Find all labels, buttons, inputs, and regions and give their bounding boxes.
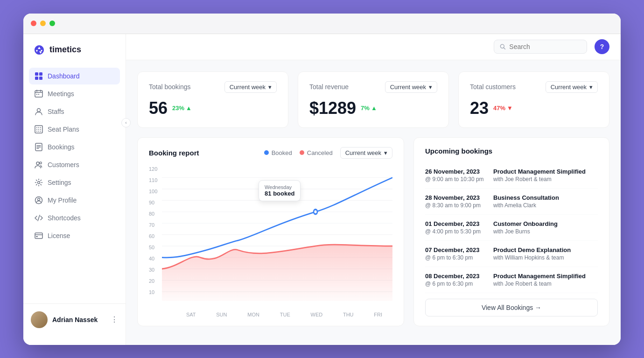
legend-item-canceled: Canceled	[300, 149, 333, 156]
period-btn-customers[interactable]: Current week ▾	[546, 81, 598, 93]
svg-point-29	[38, 198, 40, 200]
sidebar-item-customers[interactable]: Customers	[29, 156, 120, 173]
settings-icon	[35, 178, 43, 187]
stat-change-revenue: 7%	[361, 105, 370, 112]
x-axis-labels: SAT SUN MON TUE WED THU FRI	[162, 312, 392, 317]
sidebar-item-bookings[interactable]: Bookings	[29, 139, 120, 155]
legend-dot-canceled	[300, 150, 304, 155]
sidebar-item-staffs[interactable]: Staffs	[29, 103, 120, 120]
stat-change-bookings: 23%	[172, 105, 184, 112]
svg-point-27	[38, 181, 40, 183]
minimize-dot[interactable]	[40, 21, 46, 26]
svg-line-30	[38, 215, 40, 221]
sidebar-nav: Dashboard Meetings	[23, 68, 126, 303]
app-body: timetics Dashboard	[23, 34, 621, 345]
logo-icon	[33, 43, 46, 56]
sidebar-footer: Adrian Nassek ⋮	[23, 303, 126, 336]
sidebar-label-settings: Settings	[48, 179, 71, 186]
booking-date-block-2: 01 December, 2023 @ 4:00 pm to 5:30 pm	[425, 220, 486, 235]
stat-value-row-bookings: 56 23% ▲	[149, 98, 277, 118]
booking-item-4: 08 December, 2023 @ 6 pm to 6:30 pm Prod…	[425, 267, 598, 293]
stat-label-revenue: Total revenue	[309, 83, 349, 91]
sidebar-item-settings[interactable]: Settings	[29, 174, 120, 191]
user-name: Adrian Nassek	[52, 316, 106, 323]
calendar-icon	[35, 90, 43, 98]
sidebar-label-customers: Customers	[48, 161, 79, 168]
chart-header: Booking report Booked Canceled	[149, 147, 392, 159]
period-text-customers: Current week	[551, 84, 587, 91]
help-button[interactable]: ?	[595, 39, 609, 54]
sidebar-item-my-profile[interactable]: My Profile	[29, 192, 120, 209]
user-more-button[interactable]: ⋮	[111, 315, 118, 324]
sidebar-item-license[interactable]: License	[29, 227, 120, 244]
svg-rect-9	[38, 94, 39, 95]
dashboard-content: Total bookings Current week ▾ 56 23% ▲	[126, 60, 621, 345]
main-content: ? Total bookings Current week ▾	[126, 34, 621, 345]
svg-rect-33	[36, 236, 38, 237]
booking-date-block-3: 07 December, 2023 @ 6 pm to 6:30 pm	[425, 246, 486, 261]
svg-point-25	[36, 162, 39, 165]
sidebar-item-seat-plans[interactable]: Seat Plans	[29, 121, 120, 138]
booking-time-1: @ 8:30 am to 9:00 pm	[425, 202, 486, 209]
stat-badge-revenue: 7% ▲	[361, 105, 377, 112]
legend-label-booked: Booked	[272, 149, 292, 156]
stat-value-revenue: $1289	[309, 98, 356, 118]
booking-with-2: with Joe Burns	[493, 228, 558, 235]
credit-card-icon	[35, 232, 43, 240]
booking-name-4: Product Management Simplified	[493, 273, 586, 280]
legend-dot-booked	[264, 150, 269, 155]
stat-badge-bookings: 23% ▲	[172, 105, 192, 112]
book-icon	[35, 143, 43, 151]
sidebar-label-shortcodes: Shortcodes	[48, 214, 81, 222]
svg-point-17	[40, 129, 41, 130]
legend-label-canceled: Canceled	[307, 149, 333, 156]
period-btn-revenue[interactable]: Current week ▾	[385, 81, 437, 93]
svg-rect-1	[39, 72, 42, 76]
booking-name-1: Business Consultation	[493, 194, 559, 201]
chart-period-text: Current week	[345, 149, 381, 156]
booking-time-4: @ 6 pm to 6:30 pm	[425, 281, 486, 287]
booking-with-1: with Amelia Clark	[493, 202, 559, 209]
period-text-revenue: Current week	[390, 84, 426, 91]
chart-svg-wrapper: Wednesday 81 booked	[162, 166, 392, 306]
user-icon	[35, 107, 43, 116]
booking-name-2: Customer Onboarding	[493, 220, 558, 227]
period-text-bookings: Current week	[230, 84, 266, 91]
chevron-down-icon-3: ▾	[589, 84, 593, 91]
stats-row: Total bookings Current week ▾ 56 23% ▲	[137, 71, 609, 128]
booking-item-1: 28 November, 2023 @ 8:30 am to 9:00 pm B…	[425, 189, 598, 215]
chart-legend: Booked Canceled Current week ▾	[264, 147, 392, 159]
chart-period-btn[interactable]: Current week ▾	[340, 147, 392, 159]
search-input[interactable]	[509, 43, 581, 50]
sidebar-item-dashboard[interactable]: Dashboard	[29, 68, 120, 84]
stat-card-revenue: Total revenue Current week ▾ $1289 7% ▲	[298, 71, 449, 128]
app-name: timetics	[49, 45, 81, 55]
search-bar[interactable]	[494, 40, 587, 54]
view-all-bookings-button[interactable]: View All Bookings →	[425, 299, 598, 316]
booking-item-0: 26 November, 2023 @ 9:00 am to 10:30 pm …	[425, 162, 598, 189]
booking-date-4: 08 December, 2023	[425, 273, 486, 280]
trend-up-icon: ▲	[186, 105, 192, 112]
stat-header-revenue: Total revenue Current week ▾	[309, 81, 437, 93]
sidebar-item-shortcodes[interactable]: Shortcodes	[29, 210, 120, 226]
chart-svg	[162, 166, 392, 306]
sidebar-item-meetings[interactable]: Meetings	[29, 85, 120, 102]
maximize-dot[interactable]	[49, 21, 55, 26]
svg-point-16	[38, 129, 39, 130]
svg-rect-3	[39, 77, 42, 80]
svg-point-10	[37, 108, 41, 112]
svg-point-26	[40, 161, 42, 163]
booking-desc-2: Customer Onboarding with Joe Burns	[493, 220, 558, 235]
svg-point-12	[36, 127, 37, 128]
svg-rect-8	[36, 94, 37, 95]
period-btn-bookings[interactable]: Current week ▾	[224, 81, 277, 93]
stat-header-customers: Total customers Current week ▾	[470, 81, 598, 93]
sidebar-label-my-profile: My Profile	[48, 197, 77, 204]
sidebar-label-seat-plans: Seat Plans	[48, 126, 79, 133]
sidebar-label-meetings: Meetings	[48, 90, 74, 98]
sidebar-label-bookings: Bookings	[48, 143, 75, 151]
close-dot[interactable]	[31, 21, 36, 26]
booking-with-0: with Joe Robert & team	[493, 176, 586, 183]
app-window: timetics Dashboard	[23, 14, 621, 345]
sidebar-collapse-button[interactable]: ‹	[121, 118, 131, 127]
